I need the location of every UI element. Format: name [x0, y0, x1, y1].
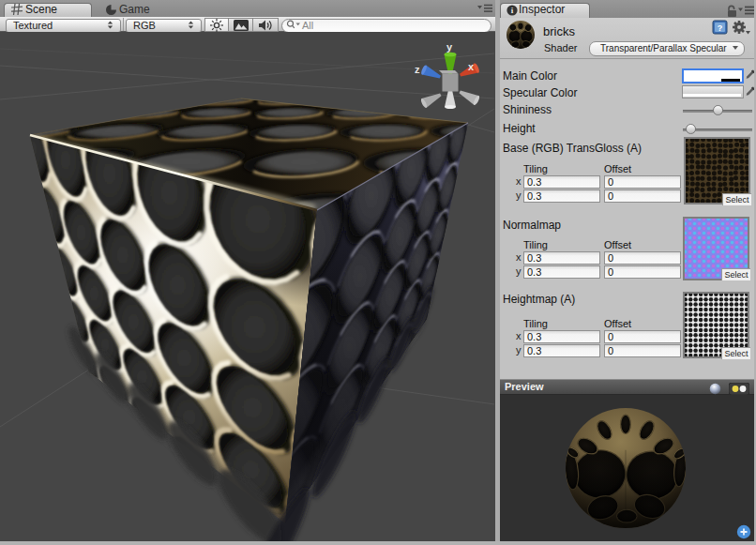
svg-text:x: x — [468, 61, 475, 72]
svg-text:z: z — [415, 64, 420, 75]
svg-text:?: ? — [718, 23, 723, 33]
svg-text:y: y — [446, 41, 453, 53]
